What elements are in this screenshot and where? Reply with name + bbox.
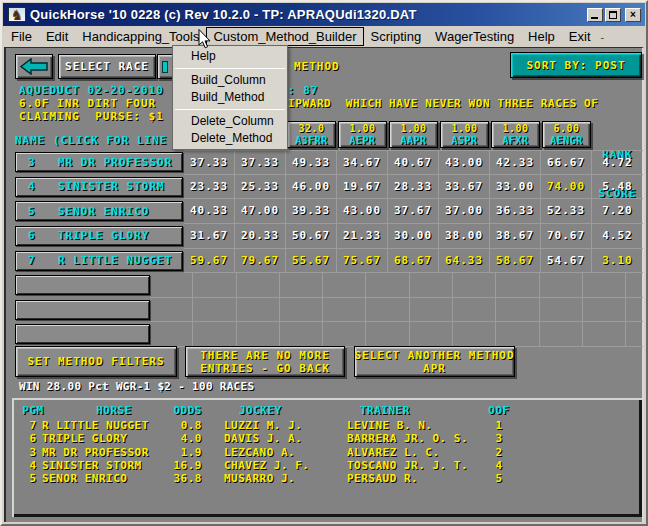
empty-name-button[interactable] xyxy=(15,324,150,344)
sort-by-post-button[interactable]: SORT BY: POST xyxy=(510,52,642,78)
empty-name-button[interactable] xyxy=(15,300,150,320)
value-cell: 31.67 xyxy=(184,224,235,248)
results-horse: MR DR PROFESSOR xyxy=(42,446,149,459)
horse-name-button[interactable]: 6TRIPLE GLORY xyxy=(15,226,183,246)
no-more-entries-line1: THERE ARE NO MORE xyxy=(200,349,330,362)
horse-name: SENOR ENRICO xyxy=(58,205,149,218)
results-odds: 4.0 xyxy=(152,432,202,445)
value-cell: 36.33 xyxy=(490,199,541,223)
menu-item-file[interactable]: File xyxy=(4,27,39,46)
column-label: ASPR xyxy=(451,135,477,147)
select-another-method-button[interactable]: SELECT ANOTHER METHOD APR xyxy=(354,346,515,377)
table-row: 59.6779.6755.6775.6768.6764.3358.6754.67… xyxy=(184,249,643,274)
column-label: AAPR xyxy=(400,135,426,147)
column-header-a3frr[interactable]: 32.0A3FRR xyxy=(287,121,336,148)
minimize-icon xyxy=(591,17,598,19)
minimize-button[interactable] xyxy=(587,8,603,22)
menu-item-exit[interactable]: Exit xyxy=(562,27,598,46)
value-cell: 37.33 xyxy=(235,151,286,174)
window-title: QuickHorse '10 0228 (c) Rev 10.2.0 - TP:… xyxy=(30,7,587,22)
menu-item-build_column[interactable]: Build_Column xyxy=(173,72,287,89)
race-number-fragment: : 87 xyxy=(288,84,319,97)
menu-item-build_method[interactable]: Build_Method xyxy=(173,89,287,106)
column-weight-value: 1.00 xyxy=(502,123,528,135)
value-cell: 20.33 xyxy=(235,224,286,248)
results-header-oof: OOF xyxy=(485,404,513,417)
horse-name-button[interactable]: 3MR DR PROFESSOR xyxy=(15,152,183,172)
table-row: 31.6720.3350.6721.3330.0038.0038.6770.67… xyxy=(184,224,643,249)
column-header-aapr[interactable]: 1.00AAPR xyxy=(389,121,438,148)
value-cell: 50.67 xyxy=(286,224,337,248)
menu-item-delete_column[interactable]: Delete_Column xyxy=(173,113,287,130)
horse-name-button[interactable]: 4SINISTER STORM xyxy=(15,177,183,197)
rank-score-cell: 5.48 xyxy=(592,175,643,199)
value-cell: 34.67 xyxy=(337,151,388,174)
column-label: AEPR xyxy=(349,135,375,147)
table-row: 40.3347.0039.3343.0037.6737.0036.3352.33… xyxy=(184,199,643,224)
value-cell: 33.67 xyxy=(439,175,490,199)
app-window: ♞ QuickHorse '10 0228 (c) Rev 10.2.0 - T… xyxy=(0,0,648,526)
back-button[interactable] xyxy=(15,54,53,79)
results-header-trainer: TRAINER xyxy=(360,404,410,417)
horse-icon: ♞ xyxy=(8,7,26,22)
results-oof: 1 xyxy=(485,419,513,432)
results-row: 7R LITTLE NUGGET0.8LUZZI M. J.LEVINE B. … xyxy=(12,419,642,432)
horse-name: R LITTLE NUGGET xyxy=(58,254,172,267)
value-cell: 52.33 xyxy=(541,199,592,223)
menu-item-handicapping_tools[interactable]: Handicapping_Tools xyxy=(75,27,206,46)
value-cell: 68.67 xyxy=(388,249,439,273)
select-another-method-line1: SELECT ANOTHER METHOD xyxy=(354,349,514,362)
value-cell: 23.33 xyxy=(184,175,235,199)
column-header-afxr[interactable]: 1.00AFXR xyxy=(491,121,540,148)
track-date-text: AQUEDUCT 02-20-2010 xyxy=(19,84,164,97)
table-row: 23.3325.3346.0019.6728.3333.6733.0074.00… xyxy=(184,175,643,200)
title-bar[interactable]: ♞ QuickHorse '10 0228 (c) Rev 10.2.0 - T… xyxy=(3,3,645,26)
results-oof: 3 xyxy=(485,432,513,445)
horse-name-button[interactable]: 5SENOR ENRICO xyxy=(15,201,183,221)
menu-item-delete_method[interactable]: Delete_Method xyxy=(173,130,287,147)
left-arrow-icon xyxy=(20,58,48,75)
set-method-filters-button[interactable]: SET METHOD FILTERS xyxy=(15,346,177,377)
value-cell: 42.33 xyxy=(490,151,541,174)
table-row: 37.3337.3349.3334.6740.6743.0042.3366.67… xyxy=(184,150,643,175)
results-horse: TRIPLE GLORY xyxy=(42,432,127,445)
no-more-entries-button[interactable]: THERE ARE NO MORE ENTRIES - GO BACK xyxy=(185,346,345,377)
menu-item-help[interactable]: Help xyxy=(521,27,562,46)
column-header-aengr[interactable]: 6.00AENGR xyxy=(542,121,591,148)
results-jockey: LUZZI M. J. xyxy=(224,419,302,432)
maximize-button[interactable] xyxy=(605,8,621,22)
results-odds: 0.8 xyxy=(152,419,202,432)
method-label: METHOD xyxy=(294,60,340,73)
results-row: 3MR DR PROFESSOR1.9LEZCANO A.ALVAREZ L. … xyxy=(12,446,642,459)
value-cell: 37.33 xyxy=(184,151,235,174)
win-stats-line: WIN 28.00 Pct WGR-1 $2 - 100 RACES xyxy=(19,380,254,393)
rank-score-cell: 7.20 xyxy=(592,199,643,223)
empty-name-button[interactable] xyxy=(15,275,150,295)
horse-name-button[interactable]: 7R LITTLE NUGGET xyxy=(15,251,183,271)
menu-item-scripting[interactable]: Scripting xyxy=(364,27,429,46)
value-cell: 25.33 xyxy=(235,175,286,199)
column-header-aepr[interactable]: 1.00AEPR xyxy=(338,121,387,148)
results-row: 4SINISTER STORM16.9CHAVEZ J. F.TOSCANO J… xyxy=(12,459,642,472)
rank-score-cell: 4.72 xyxy=(592,151,643,174)
race-conditions-left: 6.0F INR DIRT FOUR xyxy=(19,97,156,110)
value-cell: 19.67 xyxy=(337,175,388,199)
close-button[interactable]: × xyxy=(625,8,641,22)
results-odds: 1.9 xyxy=(152,446,202,459)
menu-item-wagertesting[interactable]: WagerTesting xyxy=(428,27,521,46)
value-cell: 43.00 xyxy=(337,199,388,223)
value-cell: 40.67 xyxy=(388,151,439,174)
column-header-aspr[interactable]: 1.00ASPR xyxy=(440,121,489,148)
value-cell: 30.00 xyxy=(388,224,439,248)
results-odds: 16.9 xyxy=(152,459,202,472)
menu-item-edit[interactable]: Edit xyxy=(39,27,75,46)
horse-number: 5 xyxy=(28,205,36,218)
column-weight-value: 1.00 xyxy=(400,123,426,135)
results-horse: SENOR ENRICO xyxy=(42,472,127,485)
menu-item-custom_method_builder[interactable]: Custom_Method_Builder xyxy=(206,27,363,46)
select-race-button[interactable]: SELECT RACE xyxy=(58,54,156,79)
column-label: AFXR xyxy=(502,135,528,147)
menu-item-help[interactable]: Help xyxy=(173,48,287,65)
results-header-pgm: PGM xyxy=(20,404,46,417)
column-label: A3FRR xyxy=(295,135,328,147)
